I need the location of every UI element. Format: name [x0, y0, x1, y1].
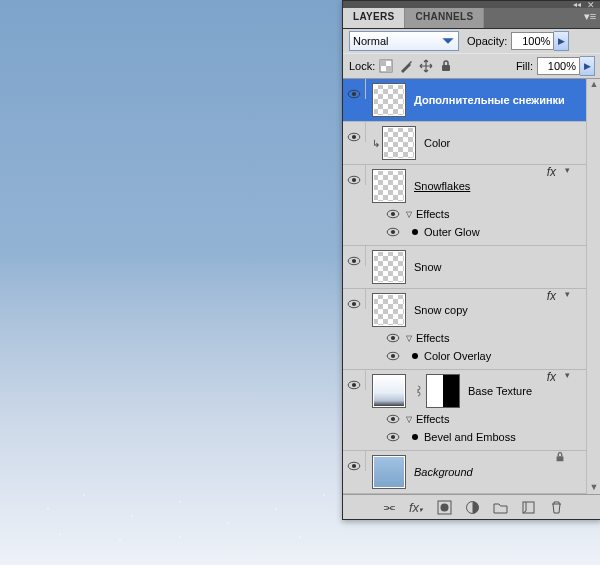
layer-row[interactable]: Background	[343, 451, 586, 494]
layer-thumbnail[interactable]	[372, 293, 406, 327]
layer-name[interactable]: Дополнительные снежинки	[414, 94, 565, 106]
effect-bullet-icon	[412, 434, 418, 440]
blend-mode-value: Normal	[353, 35, 441, 47]
layer-name[interactable]: Background	[414, 466, 473, 478]
fill-input[interactable]: 100%	[537, 57, 580, 75]
svg-point-7	[352, 135, 356, 139]
mask-link-icon[interactable]	[414, 384, 426, 398]
svg-point-19	[391, 336, 395, 340]
effect-name[interactable]: Bevel and Emboss	[424, 431, 516, 443]
layer-row[interactable]: fx▾Snowflakes▽EffectsOuter Glow	[343, 165, 586, 246]
layer-row[interactable]: ↳Color	[343, 122, 586, 165]
svg-point-27	[391, 435, 395, 439]
layer-mask-icon[interactable]	[437, 500, 452, 515]
new-layer-icon[interactable]	[521, 500, 536, 515]
layer-name[interactable]: Snow	[414, 261, 442, 273]
svg-point-13	[391, 230, 395, 234]
layer-thumbnail[interactable]	[372, 455, 406, 489]
effect-visibility-icon[interactable]	[386, 432, 406, 442]
effects-triangle-icon: ▽	[406, 415, 412, 424]
effects-collapse-icon[interactable]: ▾	[565, 165, 570, 175]
visibility-toggle[interactable]	[343, 122, 366, 142]
scrollbar[interactable]: ▲ ▼	[586, 79, 600, 494]
scroll-down-icon[interactable]: ▼	[587, 482, 600, 494]
lock-position-icon[interactable]	[419, 59, 433, 73]
fx-badge-icon[interactable]: fx	[547, 289, 556, 303]
opacity-flyout-icon[interactable]: ▶	[554, 31, 569, 51]
visibility-toggle[interactable]	[343, 79, 366, 99]
layer-thumbnail[interactable]	[372, 169, 406, 203]
svg-point-32	[440, 503, 448, 511]
visibility-toggle[interactable]	[343, 246, 366, 266]
tab-channels[interactable]: CHANNELS	[405, 8, 484, 28]
panel-tabs: LAYERS CHANNELS ▾≡	[343, 8, 600, 29]
lock-label: Lock:	[349, 60, 375, 72]
lock-transparency-icon[interactable]	[379, 59, 393, 73]
svg-rect-3	[442, 65, 450, 71]
collapse-panel-icon[interactable]: ◂◂	[573, 2, 581, 8]
fx-badge-icon[interactable]: fx	[547, 165, 556, 179]
effect-name[interactable]: Outer Glow	[424, 226, 480, 238]
fx-badge-icon[interactable]: fx	[547, 370, 556, 384]
layer-toolbar: Normal Opacity: 100% ▶ Lock:	[343, 29, 600, 79]
layer-thumbnail[interactable]	[372, 374, 406, 408]
effect-bullet-icon	[412, 353, 418, 359]
layer-thumbnail[interactable]	[382, 126, 416, 160]
trash-icon[interactable]	[549, 500, 564, 515]
layers-bottom-toolbar: ⫘ fx▾	[343, 494, 600, 519]
chevron-down-icon	[441, 34, 455, 48]
effects-label: Effects	[416, 332, 449, 344]
layer-name[interactable]: Color	[424, 137, 450, 149]
svg-point-23	[352, 383, 356, 387]
layer-name[interactable]: Snow copy	[414, 304, 468, 316]
scroll-up-icon[interactable]: ▲	[587, 79, 600, 91]
lock-all-icon[interactable]	[439, 59, 453, 73]
layer-row[interactable]: fx▾Snow copy▽EffectsColor Overlay	[343, 289, 586, 370]
clip-indicator-icon: ↳	[372, 138, 380, 149]
canvas-background: ◂◂ ✕ LAYERS CHANNELS ▾≡ Normal Opacity: …	[0, 0, 600, 565]
adjustment-layer-icon[interactable]	[465, 500, 480, 515]
svg-point-29	[352, 464, 356, 468]
effects-label: Effects	[416, 208, 449, 220]
layer-thumbnail[interactable]	[372, 83, 406, 117]
group-icon[interactable]	[493, 500, 508, 515]
visibility-toggle[interactable]	[343, 289, 366, 309]
svg-rect-1	[380, 60, 386, 66]
effect-visibility-icon[interactable]	[386, 414, 406, 424]
effects-triangle-icon: ▽	[406, 334, 412, 343]
effect-visibility-icon[interactable]	[386, 227, 406, 237]
effect-visibility-icon[interactable]	[386, 351, 406, 361]
fill-flyout-icon[interactable]: ▶	[580, 56, 595, 76]
svg-point-21	[391, 354, 395, 358]
layer-row[interactable]: Snow	[343, 246, 586, 289]
visibility-toggle[interactable]	[343, 370, 366, 390]
effect-visibility-icon[interactable]	[386, 333, 406, 343]
effect-name[interactable]: Color Overlay	[424, 350, 491, 362]
svg-rect-30	[557, 456, 564, 461]
effect-visibility-icon[interactable]	[386, 209, 406, 219]
svg-rect-2	[386, 66, 392, 72]
layer-mask-thumbnail[interactable]	[426, 374, 460, 408]
layer-row[interactable]: fx▾Base Texture▽EffectsBevel and Emboss	[343, 370, 586, 451]
visibility-toggle[interactable]	[343, 451, 366, 471]
svg-point-9	[352, 178, 356, 182]
layer-row[interactable]: Дополнительные снежинки	[343, 79, 586, 122]
opacity-input[interactable]: 100%	[511, 32, 554, 50]
lock-icon	[554, 451, 566, 463]
fx-icon[interactable]: fx▾	[409, 500, 424, 515]
blend-mode-select[interactable]: Normal	[349, 31, 459, 51]
link-layers-icon[interactable]: ⫘	[381, 500, 396, 515]
effects-triangle-icon: ▽	[406, 210, 412, 219]
effects-collapse-icon[interactable]: ▾	[565, 370, 570, 380]
layer-name[interactable]: Snowflakes	[414, 180, 470, 192]
visibility-toggle[interactable]	[343, 165, 366, 185]
effects-collapse-icon[interactable]: ▾	[565, 289, 570, 299]
panel-titlebar[interactable]: ◂◂ ✕	[343, 1, 600, 8]
svg-point-5	[352, 92, 356, 96]
panel-menu-icon[interactable]: ▾≡	[581, 10, 599, 24]
tab-layers[interactable]: LAYERS	[343, 8, 405, 28]
layer-name[interactable]: Base Texture	[468, 385, 532, 397]
layers-panel: ◂◂ ✕ LAYERS CHANNELS ▾≡ Normal Opacity: …	[342, 0, 600, 520]
lock-pixels-icon[interactable]	[399, 59, 413, 73]
layer-thumbnail[interactable]	[372, 250, 406, 284]
